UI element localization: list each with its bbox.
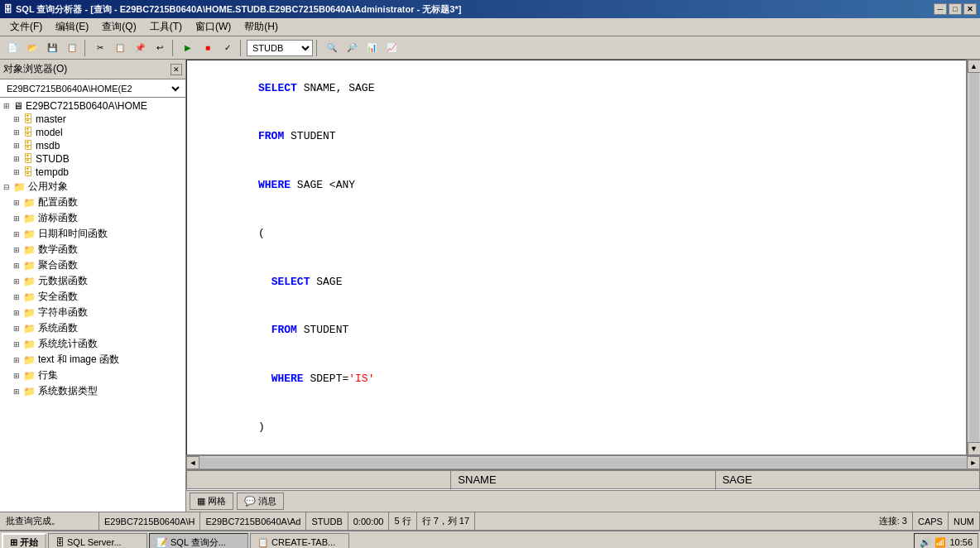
sidebar-header: 对象浏览器(O) ✕	[0, 60, 185, 79]
tree-item-studb[interactable]: ⊞ 🗄 STUDB	[2, 152, 184, 166]
start-button[interactable]: ⊞ 开始	[2, 533, 46, 548]
stop-button[interactable]: ■	[199, 39, 217, 57]
tree-item-agg-fn[interactable]: ⊞ 📁 聚合函数	[2, 257, 184, 273]
tree-item-home[interactable]: ⊞ 🖥 E29BC7215B0640A\HOME	[2, 99, 184, 113]
tree-item-master[interactable]: ⊞ 🗄 master	[2, 113, 184, 126]
execute-button[interactable]: ▶	[179, 39, 197, 57]
sql-cond1: SAGE <ANY	[291, 179, 355, 191]
expand-icon: ⊞	[13, 115, 23, 123]
tree-item-string-fn[interactable]: ⊞ 📁 字符串函数	[2, 305, 184, 320]
menu-help[interactable]: 帮助(H)	[238, 18, 285, 36]
toolbar-btn4[interactable]: 📋	[63, 39, 81, 57]
database-selector[interactable]: STUDB	[247, 40, 313, 56]
vscroll-up-button[interactable]: ▲	[968, 60, 981, 73]
sql-cols: SNAME, SAGE	[297, 82, 375, 94]
kw-select2: SELECT	[271, 276, 310, 288]
main-layout: 对象浏览器(O) ✕ E29BC7215B0640A\HOME(E2 ⊞ 🖥 E…	[0, 60, 980, 512]
tab-message[interactable]: 💬 消息	[237, 493, 284, 510]
expand-icon: ⊟	[3, 183, 13, 191]
tree-item-date-fn[interactable]: ⊞ 📁 日期和时间函数	[2, 226, 184, 242]
status-user: E29BC7215B0640A\Ad	[200, 512, 306, 530]
tree-item-rowset[interactable]: ⊞ 📁 行集	[2, 368, 184, 383]
sidebar-title: 对象浏览器(O)	[3, 62, 67, 76]
vscroll-down-button[interactable]: ▼	[968, 442, 981, 455]
copy-button[interactable]: 📋	[111, 39, 129, 57]
undo-button[interactable]: ↩	[151, 39, 169, 57]
tree-label: 行集	[38, 368, 58, 382]
db-icon: 🗄	[23, 113, 33, 125]
cut-button[interactable]: ✂	[91, 39, 109, 57]
tree-item-tempdb[interactable]: ⊞ 🗄 tempdb	[2, 166, 184, 179]
maximize-button[interactable]: □	[949, 3, 962, 15]
taskbar-item-sqlquery[interactable]: 📝 SQL 查询分...	[149, 533, 248, 548]
tree-item-sys-fn[interactable]: ⊞ 📁 系统函数	[2, 320, 184, 336]
expand-icon: ⊞	[13, 356, 23, 364]
tree-item-sys-types[interactable]: ⊞ 📁 系统数据类型	[2, 383, 184, 399]
parse-button[interactable]: ✓	[219, 39, 237, 57]
tree-item-sys-stat-fn[interactable]: ⊞ 📁 系统统计函数	[2, 336, 184, 352]
object-browser-button[interactable]: 🔍	[323, 39, 341, 57]
menu-edit[interactable]: 编辑(E)	[49, 18, 95, 36]
folder-icon: 📁	[23, 197, 36, 209]
status-bar: 批查询完成。 E29BC7215B0640A\H E29BC7215B0640A…	[0, 512, 980, 530]
tree-item-public-objects[interactable]: ⊟ 📁 公用对象	[2, 179, 184, 195]
content-area: SELECT SNAME, SAGE FROM STUDENT WHERE SA…	[186, 60, 980, 512]
tree-item-math-fn[interactable]: ⊞ 📁 数学函数	[2, 242, 184, 257]
taskbar-item-sqlserver[interactable]: 🗄 SQL Server...	[48, 533, 147, 548]
close-button[interactable]: ✕	[963, 3, 977, 15]
save-button[interactable]: 💾	[43, 39, 61, 57]
open-button[interactable]: 📂	[23, 39, 41, 57]
col-header-sname: SNAME	[451, 471, 715, 489]
expand-icon: ⊞	[13, 128, 23, 137]
sql-line-3: WHERE SAGE <ANY	[194, 161, 959, 209]
tree-item-cursor-fn[interactable]: ⊞ 📁 游标函数	[2, 210, 184, 226]
kw-where2: WHERE	[271, 373, 304, 385]
menu-query[interactable]: 查询(Q)	[95, 18, 142, 36]
toolbar-btn5[interactable]: 🔎	[343, 39, 361, 57]
hscroll-right-button[interactable]: ►	[967, 456, 980, 469]
createtab-icon: 📋	[257, 537, 269, 548]
sql-line-2: FROM STUDENT	[194, 113, 959, 161]
expand-icon: ⊞	[13, 387, 23, 396]
vscroll-track[interactable]	[969, 73, 979, 442]
expand-icon: ⊞	[13, 199, 23, 207]
tab-grid-label: 网格	[208, 495, 226, 507]
tree-item-model[interactable]: ⊞ 🗄 model	[2, 126, 184, 139]
folder-icon: 📁	[23, 339, 36, 350]
tree-item-meta-fn[interactable]: ⊞ 📁 元数据函数	[2, 273, 184, 289]
server-selector[interactable]: E29BC7215B0640A\HOME(E2	[3, 83, 182, 94]
tree-label: master	[36, 113, 66, 125]
title-text: 🗄 SQL 查询分析器 - [查询 - E29BC7215B0640A\HOME…	[3, 3, 461, 16]
minimize-button[interactable]: ─	[934, 3, 947, 15]
sep2	[172, 40, 175, 56]
taskbar-item-createtab[interactable]: 📋 CREATE-TAB...	[250, 533, 349, 548]
menu-tools[interactable]: 工具(T)	[143, 18, 189, 36]
editor-vscrollbar: ▲ ▼	[967, 60, 980, 455]
menu-file[interactable]: 文件(F)	[3, 18, 49, 36]
toolbar: 📄 📂 💾 📋 ✂ 📋 📌 ↩ ▶ ■ ✓ STUDB 🔍 🔎 📊 📈	[0, 36, 980, 60]
new-query-button[interactable]: 📄	[3, 39, 22, 57]
tree-item-text-image-fn[interactable]: ⊞ 📁 text 和 image 函数	[2, 352, 184, 368]
toolbar-btn6[interactable]: 📊	[363, 39, 381, 57]
sidebar-close-button[interactable]: ✕	[171, 64, 182, 75]
tab-grid[interactable]: ▦ 网格	[190, 493, 233, 510]
paste-button[interactable]: 📌	[131, 39, 149, 57]
hscroll-track[interactable]	[199, 458, 967, 468]
sql-col2: SAGE	[310, 276, 342, 288]
sidebar-dropdown[interactable]: E29BC7215B0640A\HOME(E2	[0, 79, 185, 98]
toolbar-btn7[interactable]: 📈	[382, 39, 401, 57]
start-label: 开始	[20, 536, 38, 549]
title-buttons: ─ □ ✕	[934, 3, 977, 15]
menu-window[interactable]: 窗口(W)	[189, 18, 238, 36]
tree-label: 系统数据类型	[38, 384, 98, 398]
tree-item-config-fn[interactable]: ⊞ 📁 配置函数	[2, 195, 184, 210]
tree-label: 配置函数	[38, 195, 78, 209]
folder-icon: 📁	[23, 228, 36, 240]
sql-editor[interactable]: SELECT SNAME, SAGE FROM STUDENT WHERE SA…	[186, 60, 967, 455]
tree-item-msdb[interactable]: ⊞ 🗄 msdb	[2, 139, 184, 152]
status-caps: CAPS	[913, 512, 949, 530]
tree-item-security-fn[interactable]: ⊞ 📁 安全函数	[2, 289, 184, 305]
status-message: 批查询完成。	[0, 512, 99, 530]
hscroll-left-button[interactable]: ◄	[186, 456, 199, 469]
sql-line-8: )	[194, 403, 959, 452]
